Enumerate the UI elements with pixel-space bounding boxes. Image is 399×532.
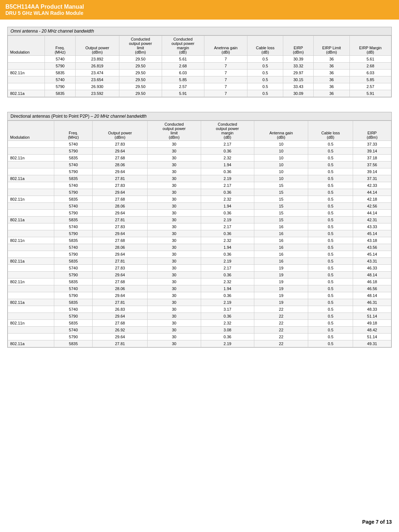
table-cell: 29.64 [93,230,148,237]
table-cell: 0.5 [247,56,283,63]
table-row: 574026.92303.08220.548.42 [8,327,391,334]
table-cell: 5740 [45,56,75,63]
table-cell: 16 [254,230,308,237]
table-cell: 5740 [54,203,93,210]
header-subtitle: DRU 5 GHz WLAN Radio Module [5,10,394,16]
dir-table-header-row: Modulation Freq.(MHz) Output power(dBm) … [8,121,391,141]
th-conducted-limit: Conductedoutput powerlimit(dBm) [119,36,162,56]
table-cell: 0.5 [308,313,353,320]
table-cell: 37.18 [353,155,391,162]
table-cell: 802.11a [8,175,54,182]
table-cell: 5835 [54,175,93,182]
table-cell: 5790 [54,230,93,237]
omni-antenna-title-text: Omni antenna - 20 MHz channel bandwidth [10,29,94,34]
table-cell: 29.64 [93,189,148,196]
table-cell: 2.68 [162,63,204,70]
table-cell: 0.5 [308,334,353,340]
table-cell: 0.5 [308,210,353,217]
table-cell: 28.06 [93,244,148,251]
table-cell: 2.32 [201,196,254,203]
table-cell: 7 [204,63,247,70]
table-cell: 30 [148,340,201,347]
table-cell: 29.50 [119,63,162,70]
table-cell: 2.32 [201,237,254,244]
table-cell: 29.64 [93,148,148,155]
table-cell: 43.33 [353,223,391,230]
table-cell: 0.5 [308,189,353,196]
table-row: 802.11n583527.68302.32190.546.18 [8,278,391,285]
table-cell: 46.18 [353,278,391,285]
table-cell: 22 [254,320,308,327]
table-cell: 7 [204,90,247,97]
table-cell: 22 [254,313,308,320]
th-cable-loss: Cable loss(dB) [247,36,283,56]
table-cell: 36 [314,63,349,70]
table-cell: 0.5 [308,320,353,327]
table-cell: 5790 [54,251,93,258]
table-cell: 30 [148,162,201,168]
table-cell: 0.5 [308,278,353,285]
table-cell: 23.892 [75,56,119,63]
table-cell: 5835 [54,196,93,203]
directional-antenna-table: Modulation Freq.(MHz) Output power(dBm) … [8,121,391,347]
dir-th-eirp: EIRP(dBm) [353,121,391,141]
table-cell: 802.11a [8,90,45,97]
table-cell: 16 [254,244,308,251]
table-row: 579029.64300.36100.539.14 [8,168,391,175]
table-cell: 5740 [54,285,93,292]
table-cell: 15 [254,210,308,217]
table-cell: 5835 [54,217,93,223]
table-cell: 0.5 [308,230,353,237]
table-cell: 46.33 [353,265,391,272]
table-row: 802.11a583527.81302.19100.537.31 [8,175,391,182]
table-cell: 10 [254,162,308,168]
table-cell: 0.5 [308,175,353,182]
table-cell: 51.14 [353,313,391,320]
table-cell: 802.11n [8,278,54,285]
table-cell: 6.03 [349,70,391,76]
table-cell: 2.17 [201,141,254,148]
table-cell: 0.5 [308,251,353,258]
table-cell: 2.32 [201,155,254,162]
table-cell: 30 [148,285,201,292]
table-cell [8,56,45,63]
table-cell [8,182,54,189]
table-cell: 29.64 [93,313,148,320]
table-cell [8,210,54,217]
table-cell: 26.819 [75,63,119,70]
table-cell [8,189,54,196]
table-cell: 19 [254,265,308,272]
table-row: 802.11n583527.68302.32150.542.18 [8,196,391,203]
table-cell: 23.592 [75,90,119,97]
table-cell: 27.81 [93,299,148,306]
table-cell: 30 [148,141,201,148]
table-cell: 46.31 [353,299,391,306]
table-cell: 30 [148,237,201,244]
table-cell: 33.32 [283,63,314,70]
table-cell [8,251,54,258]
table-cell: 0.5 [308,340,353,347]
table-cell [8,230,54,237]
table-cell: 5835 [45,70,75,76]
omni-antenna-section: Omni antenna - 20 MHz channel bandwidth … [7,27,392,97]
table-cell: 44.14 [353,189,391,196]
table-row: 579029.64300.36160.545.14 [8,251,391,258]
table-row: 574023.89229.505.6170.530.39365.61 [8,56,391,63]
table-cell: 0.5 [308,196,353,203]
table-cell: 6.03 [162,70,204,76]
table-cell: 5790 [54,189,93,196]
table-cell: 36 [314,56,349,63]
table-cell: 23.654 [75,76,119,83]
table-cell: 30 [148,299,201,306]
table-cell: 5835 [54,340,93,347]
table-cell: 7 [204,70,247,76]
table-cell: 0.5 [308,203,353,210]
table-cell: 0.5 [247,76,283,83]
table-cell: 0.5 [308,299,353,306]
table-cell: 36 [314,90,349,97]
table-cell: 44.14 [353,210,391,217]
table-row: 802.11n583527.68302.32220.549.18 [8,320,391,327]
table-cell: 30 [148,327,201,334]
page-number: Page 7 of 13 [362,519,392,525]
table-cell: 2.32 [201,278,254,285]
